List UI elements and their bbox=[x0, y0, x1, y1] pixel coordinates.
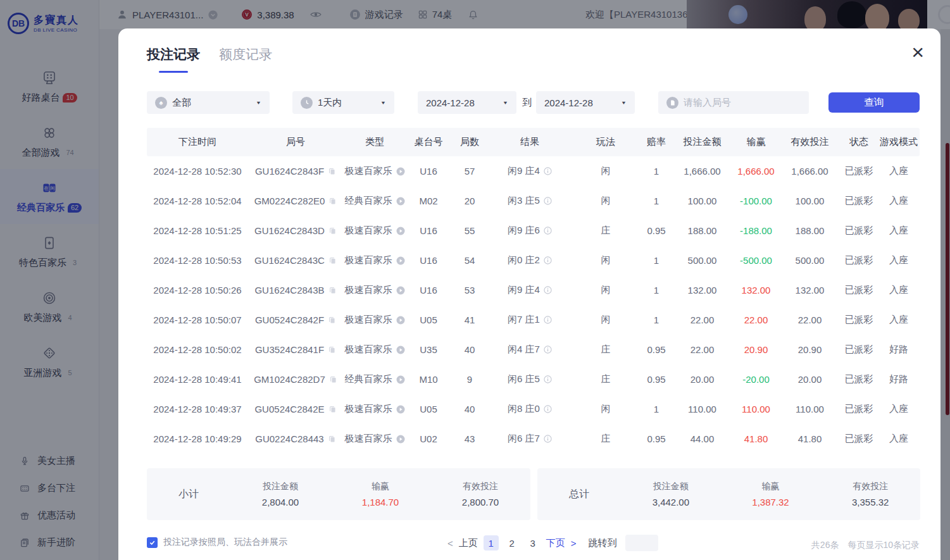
cell-bet: 22.00 bbox=[672, 314, 732, 325]
cell-table: U16 bbox=[406, 225, 451, 236]
video-play-icon[interactable] bbox=[396, 256, 405, 265]
subtotal-bet-value: 2,804.00 bbox=[230, 497, 330, 507]
spade-icon: ♠ bbox=[155, 97, 167, 109]
result-info-icon[interactable] bbox=[544, 316, 552, 324]
cell-mode: 入座 bbox=[878, 314, 920, 326]
cell-round: GU1624C2843D bbox=[248, 225, 343, 236]
cell-status: 已派彩 bbox=[840, 403, 878, 415]
result-info-icon[interactable] bbox=[544, 197, 552, 205]
total-label: 总计 bbox=[537, 488, 621, 501]
cell-play: 闲 bbox=[571, 284, 641, 296]
cell-mode: 入座 bbox=[878, 284, 920, 296]
video-play-icon[interactable] bbox=[396, 405, 405, 414]
close-icon[interactable]: × bbox=[911, 41, 924, 63]
date-from-picker[interactable]: 2024-12-28 ▼ bbox=[418, 91, 516, 114]
cell-type: 极速百家乐 bbox=[343, 403, 406, 415]
cell-play: 闲 bbox=[571, 254, 641, 266]
cell-mode: 入座 bbox=[878, 195, 920, 207]
cell-games: 53 bbox=[451, 285, 489, 296]
cell-time: 2024-12-28 10:50:53 bbox=[147, 255, 248, 266]
merge-records-checkbox[interactable] bbox=[147, 537, 158, 548]
result-info-icon[interactable] bbox=[544, 256, 552, 264]
cell-bet: 22.00 bbox=[672, 344, 732, 355]
page-number-1[interactable]: 1 bbox=[484, 535, 499, 551]
copy-icon[interactable] bbox=[329, 375, 337, 383]
copy-icon[interactable] bbox=[328, 316, 336, 324]
copy-icon[interactable] bbox=[328, 227, 337, 235]
subtotal-bet-label: 投注金额 bbox=[230, 481, 330, 492]
video-play-icon[interactable] bbox=[396, 375, 405, 384]
cell-valid: 110.00 bbox=[780, 404, 840, 414]
cell-mode: 入座 bbox=[878, 403, 920, 415]
video-play-icon[interactable] bbox=[396, 435, 405, 444]
game-type-select[interactable]: ♠ 全部 ▼ bbox=[147, 91, 270, 114]
video-play-icon[interactable] bbox=[396, 286, 405, 295]
copy-icon[interactable] bbox=[328, 197, 337, 205]
cell-type: 极速百家乐 bbox=[343, 344, 406, 356]
table-header-row: 下注时间局号类型桌台号局数结果玩法赔率投注金额输赢有效投注状态游戏模式 bbox=[147, 128, 920, 156]
copy-icon[interactable] bbox=[328, 286, 337, 294]
cell-mode: 好路 bbox=[878, 373, 920, 385]
time-range-select[interactable]: 1天内 ▼ bbox=[292, 91, 394, 114]
video-play-icon[interactable] bbox=[396, 345, 405, 354]
cell-type: 极速百家乐 bbox=[343, 165, 406, 177]
video-play-icon[interactable] bbox=[396, 167, 405, 176]
prev-page-button[interactable]: 上页 bbox=[459, 537, 478, 549]
copy-icon[interactable] bbox=[328, 435, 336, 443]
total-win-value: 1,387.32 bbox=[721, 497, 821, 507]
cell-bet: 110.00 bbox=[672, 404, 732, 414]
subtotal-win-label: 输赢 bbox=[330, 481, 430, 492]
cell-games: 43 bbox=[451, 433, 489, 444]
cell-games: 20 bbox=[451, 196, 489, 206]
cell-win: 110.00 bbox=[732, 404, 780, 414]
cell-mode: 入座 bbox=[878, 225, 920, 237]
video-play-icon[interactable] bbox=[396, 197, 405, 206]
result-info-icon[interactable] bbox=[544, 286, 552, 294]
page-number-3[interactable]: 3 bbox=[525, 535, 541, 551]
cell-play: 庄 bbox=[571, 433, 641, 445]
copy-icon[interactable] bbox=[328, 405, 337, 413]
next-page-button[interactable]: 下页 bbox=[546, 537, 565, 549]
result-info-icon[interactable] bbox=[544, 375, 552, 383]
table-row: 2024-12-28 10:52:04GM0224C282E0经典百家乐M022… bbox=[147, 186, 920, 216]
cell-table: U16 bbox=[406, 255, 451, 266]
column-header: 类型 bbox=[343, 136, 406, 148]
tab-bet-records[interactable]: 投注记录 bbox=[147, 46, 200, 73]
copy-icon[interactable] bbox=[328, 167, 336, 175]
cell-table: U02 bbox=[406, 433, 451, 444]
result-info-icon[interactable] bbox=[544, 167, 552, 175]
cell-bet: 1,666.00 bbox=[672, 166, 732, 177]
result-info-icon[interactable] bbox=[544, 345, 552, 354]
cell-bet: 188.00 bbox=[672, 225, 732, 236]
round-number-placeholder: 请输入局号 bbox=[684, 97, 731, 109]
date-to-picker[interactable]: 2024-12-28 ▼ bbox=[536, 91, 635, 114]
cell-table: U16 bbox=[406, 285, 451, 296]
total-valid-label: 有效投注 bbox=[820, 481, 920, 492]
column-header: 状态 bbox=[840, 136, 878, 148]
copy-icon[interactable] bbox=[328, 345, 336, 354]
date-range-to-label: 到 bbox=[522, 97, 532, 109]
tab-quota-records[interactable]: 额度记录 bbox=[219, 46, 272, 73]
table-body: 2024-12-28 10:52:30GU1624C2843F极速百家乐U165… bbox=[147, 156, 920, 454]
copy-icon[interactable] bbox=[328, 256, 337, 264]
records-total-count: 共26条 bbox=[811, 540, 839, 551]
column-header: 有效投注 bbox=[780, 136, 840, 148]
search-button[interactable]: 查询 bbox=[828, 92, 920, 113]
result-info-icon[interactable] bbox=[544, 227, 552, 235]
page-number-2[interactable]: 2 bbox=[504, 535, 520, 551]
cell-time: 2024-12-28 10:50:26 bbox=[147, 285, 248, 296]
cell-round: GU0524C2842F bbox=[248, 314, 343, 325]
game-type-value: 全部 bbox=[172, 97, 191, 109]
total-bet-label: 投注金额 bbox=[621, 481, 721, 492]
cell-table: U05 bbox=[406, 314, 451, 325]
table-row: 2024-12-28 10:50:53GU1624C2843C极速百家乐U165… bbox=[147, 246, 920, 275]
chevron-down-icon: ▼ bbox=[503, 100, 508, 106]
result-info-icon[interactable] bbox=[544, 435, 552, 443]
video-play-icon[interactable] bbox=[396, 227, 405, 235]
video-play-icon[interactable] bbox=[396, 316, 405, 325]
cell-games: 57 bbox=[451, 166, 489, 177]
result-info-icon[interactable] bbox=[544, 405, 552, 413]
jump-to-input[interactable] bbox=[625, 535, 658, 551]
round-number-input[interactable]: 请输入局号 bbox=[658, 91, 809, 114]
cell-result: 闲8 庄0 bbox=[489, 403, 571, 415]
